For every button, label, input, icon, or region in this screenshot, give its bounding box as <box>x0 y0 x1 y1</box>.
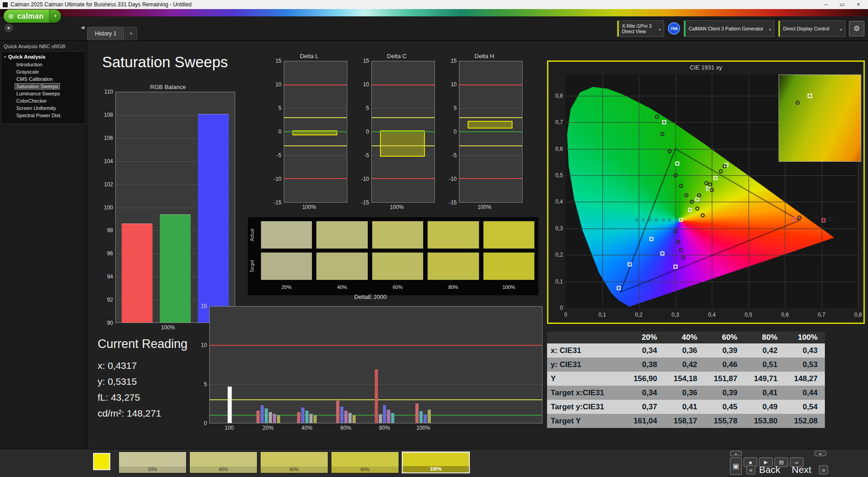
rainbow-strip <box>0 9 868 16</box>
deltae-bar <box>314 415 317 423</box>
pattern-swatch-label: 20% <box>119 467 186 473</box>
deltae-bar <box>277 415 280 423</box>
deltae-bar <box>256 411 260 423</box>
y-tick-label: -5 <box>452 152 457 159</box>
pattern-swatch-100[interactable]: 100% <box>402 452 470 473</box>
measured-point-marker <box>829 217 833 221</box>
pattern-swatch-80[interactable]: 80% <box>331 452 399 473</box>
back-button[interactable]: Back <box>759 464 780 475</box>
saturation-tick-marker <box>636 219 638 221</box>
sidebar-item-colorchecker[interactable]: ColorChecker <box>1 97 85 104</box>
reference-line <box>372 131 434 132</box>
sidebar-item-saturation-sweeps[interactable]: Saturation Sweeps <box>1 83 85 90</box>
expand-up-button[interactable]: ▲ <box>730 451 742 456</box>
table-header-row: 20%40%60%80%100% <box>547 332 825 343</box>
y-tick-label: 5 <box>204 381 207 388</box>
reading-fl: fL: 43,275 <box>98 389 187 405</box>
workflow-root-node[interactable]: ▾ Quick Analysis <box>1 53 85 61</box>
display-control-dropdown[interactable]: Direct Display Control ▼ <box>778 20 845 37</box>
reference-line <box>459 117 522 118</box>
table-cell: 0,38 <box>624 360 664 369</box>
aperture-icon[interactable]: ◉ <box>5 24 13 32</box>
x-tick-label: 0,3 <box>671 312 679 318</box>
table-row-label: Y <box>547 374 624 383</box>
calman-logo-text: calman <box>17 12 44 20</box>
pattern-swatch-40[interactable]: 40% <box>189 452 257 473</box>
actual-swatch-100 <box>483 221 535 249</box>
table-cell: 0,42 <box>664 360 704 369</box>
deltae-2000-chart[interactable]: DeltaE 2000 051015 10020%40%60%80%100% <box>198 293 542 433</box>
sidebar-collapse-icon[interactable]: ◀ <box>81 25 84 30</box>
deltae-y-axis: 051015 <box>198 306 209 423</box>
sidebar-item-cms-calibration[interactable]: CMS Calibration <box>1 75 85 83</box>
table-cell: 0,46 <box>705 360 745 369</box>
add-tab-button[interactable]: + <box>125 27 137 40</box>
y-tick-label: 0,3 <box>555 225 563 232</box>
deltae-bar <box>306 411 309 423</box>
sidebar-item-label: Luminance Sweeps <box>15 91 61 96</box>
x-tick-label: 80% <box>379 425 390 431</box>
settings-button[interactable]: ⚙ <box>849 21 864 36</box>
expand-up-button[interactable]: ▲ <box>814 451 826 456</box>
delta-c-y-axis: -15-10-5051015 <box>359 61 371 203</box>
table-cell: 156,90 <box>624 374 664 383</box>
tab-history-1[interactable]: History 1 <box>87 27 124 40</box>
y-tick-label: 92 <box>107 297 113 303</box>
swatch-col-label: 80% <box>427 283 479 293</box>
target-swatch-100 <box>483 252 535 280</box>
current-pattern-swatch[interactable] <box>93 453 110 470</box>
target-point-marker <box>821 219 825 223</box>
delta-c-chart[interactable]: Delta C -15-10-5051015 100% <box>359 53 435 214</box>
sidebar-item-luminance-sweeps[interactable]: Luminance Sweeps <box>1 90 85 97</box>
next-button[interactable]: Next <box>792 464 811 475</box>
table-row-label: Target y:CIE31 <box>547 402 624 412</box>
delta-c-x-axis-label: 100% <box>359 203 435 212</box>
table-cell: 0,54 <box>785 402 825 412</box>
reference-line <box>372 178 434 179</box>
display-window-button[interactable]: ▣ <box>730 457 742 475</box>
meter-dropdown[interactable]: X-Rite i1Pro 3 Direct View ▼ <box>617 20 664 37</box>
delta-l-chart[interactable]: Delta L -15-10-5051015 100% <box>271 53 347 214</box>
close-button[interactable]: × <box>852 1 865 8</box>
calman-logo-menu[interactable]: ⊛ calman ▼ <box>4 10 61 23</box>
pattern-swatch-20[interactable]: 20% <box>118 452 187 473</box>
deltae-group-40 <box>297 307 317 423</box>
pattern-swatch-60[interactable]: 60% <box>260 452 328 473</box>
sidebar-item-screen-uniformity[interactable]: Screen Uniformity <box>1 104 85 112</box>
cie-1931-chart[interactable]: CIE 1931 xy 000,10,10,20,20,30,30,40,40,… <box>547 60 865 324</box>
y-tick-label: -15 <box>449 199 457 206</box>
sidebar-item-spectral-power-dist[interactable]: Spectral Power Dist. <box>1 112 85 119</box>
hardware-controls: X-Rite i1Pro 3 Direct View ▼ 706 CalMAN … <box>617 16 868 40</box>
table-header-cell: 80% <box>745 333 784 342</box>
pattern-generator-dropdown[interactable]: CalMAN Client 3 Pattern Generator ▼ <box>684 20 774 37</box>
transport-controls: ▲ ▲ ■ ▶ ▤ ∞ ▣ « Back Next » <box>728 451 864 476</box>
table-row: y: CIE310,380,420,460,510,53 <box>547 358 825 372</box>
minimize-button[interactable]: – <box>819 1 833 8</box>
current-reading-title: Current Reading <box>98 337 187 351</box>
saturation-tick-marker <box>669 219 671 221</box>
swatch-grid-corner <box>250 283 257 293</box>
table-cell: 0,42 <box>745 346 784 355</box>
deltae-bar <box>265 408 268 423</box>
sidebar-item-introduction[interactable]: Introduction <box>1 61 85 68</box>
deltae-bar <box>415 403 419 423</box>
deltae-bar <box>387 410 390 423</box>
measured-point-marker <box>668 149 672 154</box>
delta-h-chart[interactable]: Delta H -15-10-5051015 100% <box>446 53 523 214</box>
y-tick-label: 90 <box>107 320 113 326</box>
maximize-button[interactable]: ▭ <box>835 1 849 8</box>
window-title: Calman 2025 Calman Ultimate for Business… <box>10 1 192 8</box>
table-row: Target Y161,04158,17155,78153,80152,08 <box>547 414 825 428</box>
y-tick-label: 5 <box>366 105 369 111</box>
sidebar-item-grayscale[interactable]: Grayscale <box>1 68 85 75</box>
table-cell: 0,34 <box>624 388 664 398</box>
next-chevron-button[interactable]: » <box>819 465 828 474</box>
delta-l-y-axis: -15-10-5051015 <box>271 61 284 203</box>
display-control-name: Direct Display Control <box>783 26 837 31</box>
logo-dropdown-button[interactable]: ▼ <box>49 10 61 23</box>
deltae-bar <box>273 414 276 423</box>
reference-line <box>459 178 522 179</box>
y-tick-label: 94 <box>107 273 113 280</box>
x-tick-label: 0,7 <box>818 312 825 318</box>
back-chevron-button[interactable]: « <box>746 465 755 474</box>
